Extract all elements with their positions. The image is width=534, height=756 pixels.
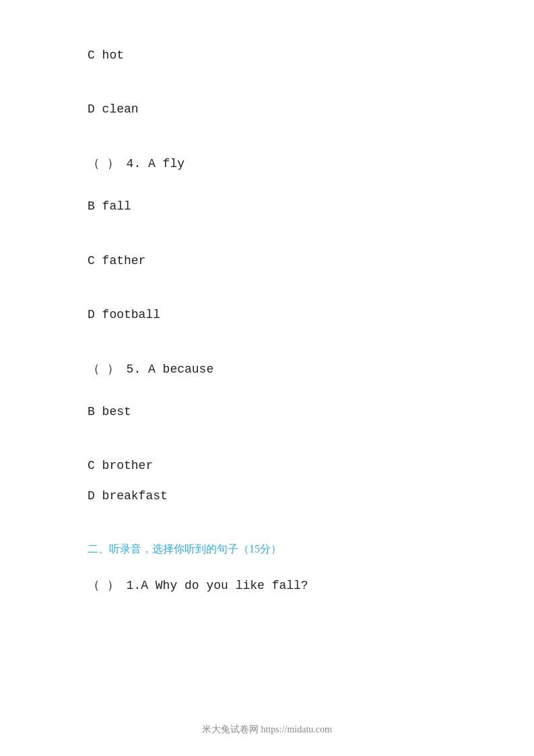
section2-question-1-text: （ ） 1.A Why do you like fall? xyxy=(88,577,308,593)
option-b-best: B best xyxy=(88,404,446,420)
option-d-football-label: D football xyxy=(88,308,160,321)
footer-text: 米大兔试卷网 https://midatu.com xyxy=(0,724,534,736)
section-2-title: 二、听录音，选择你听到的句子（15分） xyxy=(88,542,446,557)
option-c-brother: C brother xyxy=(88,458,446,474)
option-c-hot: C hot xyxy=(88,47,446,64)
option-d-clean-label: D clean xyxy=(88,102,139,116)
option-c-hot-label: C hot xyxy=(88,49,124,62)
option-d-breakfast-label: D breakfast xyxy=(88,489,168,503)
question-4-row: （ ） 4. A fly xyxy=(88,155,446,171)
option-d-clean: D clean xyxy=(88,101,446,118)
option-c-father-label: C father xyxy=(88,254,145,267)
exam-page: C hot D clean （ ） 4. A fly B fall C fath… xyxy=(0,0,534,756)
question-5-text: （ ） 5. A because xyxy=(88,360,213,377)
option-d-football: D football xyxy=(88,307,446,323)
option-c-father: C father xyxy=(88,253,446,270)
option-d-breakfast: D breakfast xyxy=(88,488,446,505)
question-5-row: （ ） 5. A because xyxy=(88,360,446,377)
option-b-fall: B fall xyxy=(88,198,446,215)
section2-question-1-row: （ ） 1.A Why do you like fall? xyxy=(88,577,446,593)
option-c-brother-label: C brother xyxy=(88,459,153,472)
option-b-best-label: B best xyxy=(88,405,131,418)
option-b-fall-label: B fall xyxy=(88,199,131,213)
question-4-text: （ ） 4. A fly xyxy=(88,155,185,171)
